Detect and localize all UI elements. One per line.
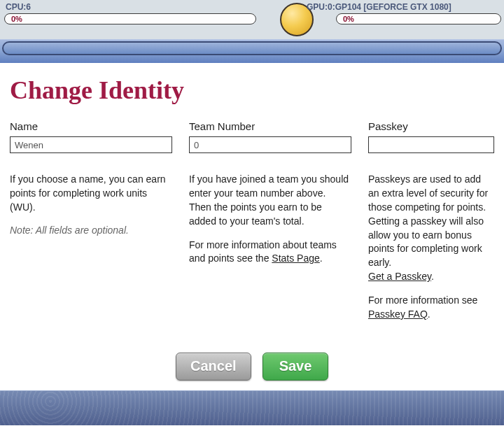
fields-note: Note: All fields are optional. [10, 225, 172, 236]
stats-page-link[interactable]: Stats Page [272, 253, 320, 264]
cpu-pct: 0% [11, 13, 22, 24]
main-panel: Change Identity Name If you choose a nam… [0, 63, 504, 390]
name-input[interactable] [10, 136, 172, 153]
cpu-progress: 0% [4, 13, 256, 24]
passkey-desc1: Passkeys are used to add an extra level … [368, 173, 494, 284]
name-label: Name [10, 120, 172, 132]
passkey-column: Passkey Passkeys are used to add an extr… [368, 120, 494, 332]
stats-bar: CPU:6 0% GPU:0:GP104 [GEFORCE GTX 1080] … [0, 0, 504, 39]
name-desc: If you choose a name, you can earn point… [10, 173, 172, 215]
gpu-pct: 0% [343, 13, 354, 24]
passkey-input[interactable] [368, 136, 494, 153]
team-desc1: If you have joined a team you should ent… [189, 173, 351, 229]
cancel-button[interactable]: Cancel [176, 353, 251, 381]
team-input[interactable] [189, 136, 351, 153]
get-passkey-link[interactable]: Get a Passkey [368, 271, 431, 282]
gpu-label: GPU:0:GP104 [GEFORCE GTX 1080] [305, 0, 501, 13]
name-column: Name If you choose a name, you can earn … [10, 120, 172, 332]
passkey-desc2: For more information see Passkey FAQ. [368, 294, 494, 322]
team-column: Team Number If you have joined a team yo… [189, 120, 351, 332]
gpu-progress: 0% [336, 13, 501, 24]
header-band [0, 39, 504, 63]
button-row: Cancel Save [10, 353, 494, 390]
footer-band [0, 390, 504, 425]
passkey-faq-link[interactable]: Passkey FAQ [368, 308, 428, 320]
gpu-stat: GPU:0:GP104 [GEFORCE GTX 1080] 0% [305, 0, 501, 24]
cpu-label: CPU:6 [4, 0, 256, 13]
passkey-label: Passkey [368, 120, 494, 132]
page-title: Change Identity [10, 76, 494, 105]
team-desc2: For more information about teams and poi… [189, 239, 351, 267]
cpu-stat: CPU:6 0% [4, 0, 256, 24]
team-label: Team Number [189, 120, 351, 132]
save-button[interactable]: Save [262, 353, 328, 381]
